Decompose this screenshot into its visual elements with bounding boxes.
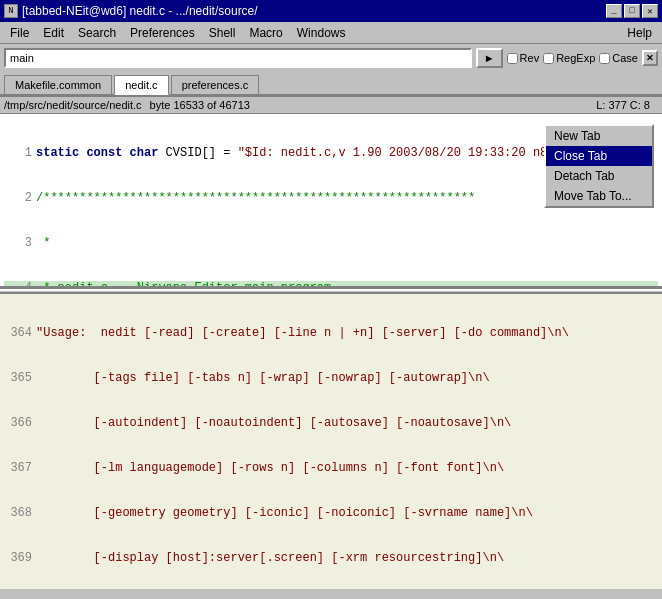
context-menu: New Tab Close Tab Detach Tab Move Tab To… — [544, 124, 654, 208]
tab-nedit-c[interactable]: nedit.c — [114, 75, 168, 95]
code-line-368: 368 [-geometry geometry] [-iconic] [-noi… — [4, 506, 658, 521]
line-num-364: 364 — [4, 326, 32, 341]
top-section: Makefile.common nedit.c preferences.c Ne… — [0, 72, 662, 96]
regexp-label: RegExp — [556, 52, 595, 64]
tab-makefile-common[interactable]: Makefile.common — [4, 75, 112, 94]
line-content-369: [-display [host]:server[.screen] [-xrm r… — [36, 551, 658, 566]
menu-windows[interactable]: Windows — [291, 24, 352, 42]
status-bar: /tmp/src/nedit/source/nedit.c byte 16533… — [0, 96, 662, 114]
app-icon: N — [4, 4, 18, 18]
menu-search[interactable]: Search — [72, 24, 122, 42]
rev-label: Rev — [520, 52, 540, 64]
menu-shell[interactable]: Shell — [203, 24, 242, 42]
line-num-3: 3 — [4, 236, 32, 251]
code-line-4: 4 * nedit.c -- Nirvana Editor main progr… — [4, 281, 658, 289]
search-input[interactable] — [4, 48, 472, 68]
line-num-366: 366 — [4, 416, 32, 431]
line-num-368: 368 — [4, 506, 32, 521]
code-line-369: 369 [-display [host]:server[.screen] [-x… — [4, 551, 658, 566]
line-content-367: [-lm languagemode] [-rows n] [-columns n… — [36, 461, 658, 476]
code-bottom-area: 364 "Usage: nedit [-read] [-create] [-li… — [0, 294, 662, 589]
line-num-1: 1 — [4, 146, 32, 161]
maximize-button[interactable]: □ — [624, 4, 640, 18]
case-checkbox-group: Case — [599, 52, 638, 64]
code-bottom: 364 "Usage: nedit [-read] [-create] [-li… — [0, 294, 662, 589]
close-window-button[interactable]: ✕ — [642, 4, 658, 18]
tab-preferences-c[interactable]: preferences.c — [171, 75, 260, 94]
line-num-367: 367 — [4, 461, 32, 476]
code-line-365: 365 [-tags file] [-tabs n] [-wrap] [-now… — [4, 371, 658, 386]
title-bar: N [tabbed-NEit@wd6] nedit.c - .../nedit/… — [0, 0, 662, 22]
window-title: [tabbed-NEit@wd6] nedit.c - .../nedit/so… — [22, 4, 258, 18]
title-bar-buttons: _ □ ✕ — [606, 4, 658, 18]
ctx-close-tab[interactable]: Close Tab — [546, 146, 652, 166]
code-line-3: 3 * — [4, 236, 658, 251]
line-num-369: 369 — [4, 551, 32, 566]
ctx-detach-tab[interactable]: Detach Tab — [546, 166, 652, 186]
position-info: L: 377 C: 8 — [596, 99, 650, 111]
line-num-365: 365 — [4, 371, 32, 386]
menu-help[interactable]: Help — [621, 24, 658, 42]
regexp-checkbox[interactable] — [543, 53, 554, 64]
search-button[interactable]: ► — [476, 48, 503, 68]
line-num-4: 4 — [4, 281, 32, 289]
menu-macro[interactable]: Macro — [243, 24, 288, 42]
tabs-bar: Makefile.common nedit.c preferences.c — [0, 72, 662, 96]
rev-checkbox-group: Rev — [507, 52, 540, 64]
ctx-new-tab[interactable]: New Tab — [546, 126, 652, 146]
rev-checkbox[interactable] — [507, 53, 518, 64]
search-close-button[interactable]: ✕ — [642, 50, 658, 66]
case-label: Case — [612, 52, 638, 64]
menu-edit[interactable]: Edit — [37, 24, 70, 42]
line-content-366: [-autoindent] [-noautoindent] [-autosave… — [36, 416, 658, 431]
menu-preferences[interactable]: Preferences — [124, 24, 201, 42]
regexp-checkbox-group: RegExp — [543, 52, 595, 64]
byte-info: byte 16533 of 46713 — [150, 99, 250, 111]
line-content-365: [-tags file] [-tabs n] [-wrap] [-nowrap]… — [36, 371, 658, 386]
code-line-364: 364 "Usage: nedit [-read] [-create] [-li… — [4, 326, 658, 341]
line-content-368: [-geometry geometry] [-iconic] [-noiconi… — [36, 506, 658, 521]
menu-bar: File Edit Search Preferences Shell Macro… — [0, 22, 662, 44]
case-checkbox[interactable] — [599, 53, 610, 64]
search-bar: ► Rev RegExp Case ✕ — [0, 44, 662, 72]
line-content-4: * nedit.c -- Nirvana Editor main program — [36, 281, 658, 289]
menu-file[interactable]: File — [4, 24, 35, 42]
minimize-button[interactable]: _ — [606, 4, 622, 18]
code-line-366: 366 [-autoindent] [-noautoindent] [-auto… — [4, 416, 658, 431]
line-content-3: * — [36, 236, 658, 251]
title-bar-left: N [tabbed-NEit@wd6] nedit.c - .../nedit/… — [4, 4, 258, 18]
line-content-364: "Usage: nedit [-read] [-create] [-line n… — [36, 326, 658, 341]
code-line-367: 367 [-lm languagemode] [-rows n] [-colum… — [4, 461, 658, 476]
ctx-move-tab[interactable]: Move Tab To... — [546, 186, 652, 206]
line-num-2: 2 — [4, 191, 32, 206]
file-path: /tmp/src/nedit/source/nedit.c — [4, 99, 142, 111]
